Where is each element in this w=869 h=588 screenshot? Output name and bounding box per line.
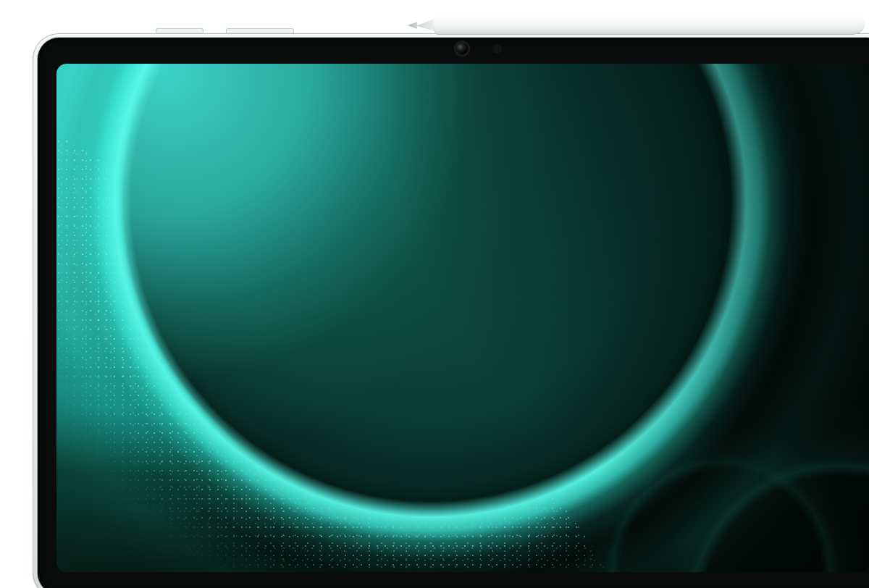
front-camera [456, 43, 468, 54]
stylus [433, 12, 865, 35]
stylus-tip [408, 22, 417, 29]
product-photo: Product photo of a mint-green tablet wit… [29, 12, 869, 588]
tablet-frame [33, 33, 869, 588]
ambient-light-sensor [493, 45, 501, 53]
wallpaper-display [56, 64, 869, 572]
glow-speckle-texture [56, 64, 869, 572]
